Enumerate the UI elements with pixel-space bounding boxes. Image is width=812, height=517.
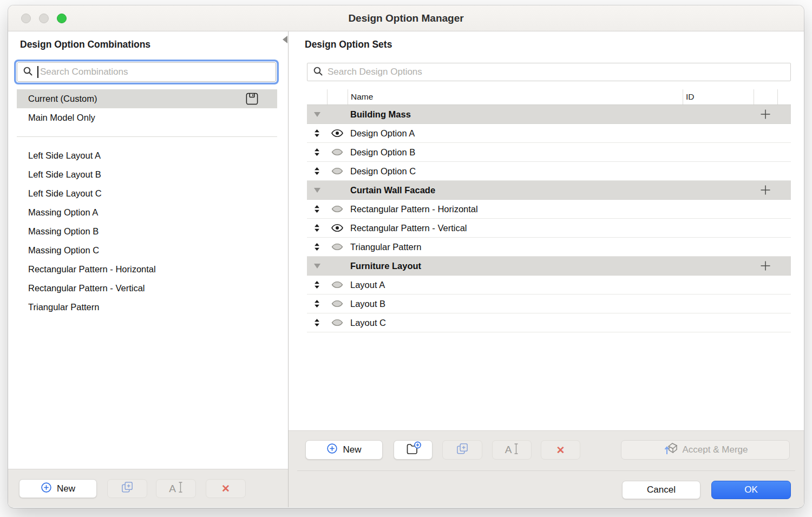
drag-handle[interactable] — [307, 243, 327, 251]
option-name: Layout C — [348, 318, 791, 328]
close-window-button — [21, 14, 31, 23]
option-row[interactable]: Layout C — [307, 313, 791, 332]
drag-handle[interactable] — [307, 299, 327, 308]
eye-closed-icon — [331, 318, 344, 327]
combinations-search[interactable] — [17, 62, 276, 82]
list-item-label: Massing Option B — [28, 226, 99, 237]
rename-icon: A — [505, 444, 512, 456]
visibility-toggle[interactable] — [331, 148, 344, 156]
list-item-label: Rectangular Pattern - Vertical — [28, 283, 145, 293]
combinations-search-input[interactable] — [38, 67, 276, 77]
visibility-toggle[interactable] — [331, 205, 344, 213]
window-title: Design Option Manager — [8, 5, 804, 31]
list-item-current[interactable]: Current (Custom) — [17, 89, 277, 108]
visibility-toggle[interactable] — [331, 280, 344, 289]
option-name: Design Option A — [348, 128, 791, 139]
new-option-set-button[interactable]: New — [305, 440, 383, 460]
folder-plus-icon — [405, 441, 421, 459]
list-item-main-model[interactable]: Main Model Only — [17, 108, 277, 127]
option-row[interactable]: Design Option B — [307, 143, 791, 162]
drag-handle[interactable] — [307, 280, 327, 289]
list-item-label: Rectangular Pattern - Horizontal — [28, 264, 156, 274]
group-name: Curtain Wall Facade — [348, 185, 754, 195]
zoom-window-button[interactable] — [57, 14, 67, 23]
reorder-icon — [314, 224, 320, 232]
rename-combination-button[interactable]: A — [156, 479, 196, 498]
new-combination-button[interactable]: New — [19, 479, 97, 498]
option-row[interactable]: Design Option A — [307, 124, 791, 143]
drag-handle[interactable] — [307, 148, 327, 156]
rename-icon: A — [169, 483, 176, 495]
list-item[interactable]: Left Side Layout B — [17, 165, 277, 184]
reorder-icon — [314, 148, 320, 156]
option-sets-pane: Design Option Sets Name ID — [289, 31, 804, 507]
traffic-lights — [21, 5, 67, 31]
visibility-toggle[interactable] — [331, 318, 344, 327]
accept-merge-button[interactable]: Accept & Merge — [621, 440, 790, 460]
options-search-input[interactable] — [323, 67, 790, 77]
drag-handle[interactable] — [307, 318, 327, 327]
group-row[interactable]: Building Mass — [307, 105, 791, 124]
drag-handle[interactable] — [307, 205, 327, 213]
drag-handle[interactable] — [307, 167, 327, 175]
option-sets-footer: New — [289, 430, 804, 507]
list-item[interactable]: Rectangular Pattern - Horizontal — [17, 260, 277, 279]
visibility-toggle[interactable] — [331, 224, 344, 232]
delete-combination-button[interactable]: ✕ — [206, 479, 246, 498]
disclosure-triangle-icon[interactable] — [314, 188, 320, 193]
option-row[interactable]: Layout B — [307, 295, 791, 313]
reorder-icon — [314, 167, 320, 175]
save-icon[interactable] — [245, 92, 259, 106]
minimize-window-button — [39, 14, 49, 23]
visibility-toggle[interactable] — [331, 299, 344, 308]
list-item[interactable]: Massing Option B — [17, 222, 277, 241]
option-row[interactable]: Layout A — [307, 276, 791, 295]
cancel-button[interactable]: Cancel — [622, 481, 700, 499]
visibility-toggle[interactable] — [331, 129, 344, 138]
list-item[interactable]: Rectangular Pattern - Vertical — [17, 279, 277, 298]
list-item[interactable]: Massing Option A — [17, 203, 277, 222]
option-name: Layout A — [348, 280, 791, 290]
footer-divider — [297, 470, 795, 471]
list-item[interactable]: Left Side Layout A — [17, 146, 277, 165]
title-bar: Design Option Manager — [8, 5, 804, 31]
combinations-list: Current (Custom) Main Model Only Left Si… — [17, 89, 277, 317]
visibility-toggle[interactable] — [331, 167, 344, 175]
design-option-manager-window: Design Option Manager Design Option Comb… — [8, 5, 804, 508]
add-option-button[interactable] — [754, 109, 777, 120]
disclosure-triangle-icon[interactable] — [314, 112, 320, 117]
drag-handle[interactable] — [307, 224, 327, 232]
option-sets-heading: Design Option Sets — [305, 39, 392, 50]
list-item[interactable]: Massing Option C — [17, 241, 277, 260]
text-cursor-icon — [178, 481, 183, 496]
group-row[interactable]: Furniture Layout — [307, 257, 791, 276]
rename-option-button[interactable]: A — [492, 440, 532, 460]
list-item-label: Left Side Layout C — [28, 188, 102, 199]
list-item[interactable]: Left Side Layout C — [17, 184, 277, 203]
add-option-button[interactable] — [754, 185, 777, 195]
visibility-toggle[interactable] — [331, 243, 344, 251]
option-row[interactable]: Rectangular Pattern - Vertical — [307, 219, 791, 238]
disclosure-triangle-icon[interactable] — [314, 264, 320, 269]
search-icon — [23, 66, 33, 78]
new-set-folder-button[interactable] — [394, 440, 433, 460]
group-row[interactable]: Curtain Wall Facade — [307, 181, 791, 200]
options-search[interactable] — [307, 63, 791, 81]
ok-button[interactable]: OK — [711, 481, 791, 499]
plus-icon — [760, 260, 771, 271]
option-row[interactable]: Design Option C — [307, 162, 791, 181]
option-name: Design Option C — [348, 166, 791, 176]
plus-icon — [760, 109, 771, 120]
collapse-pane-arrow-icon[interactable] — [283, 36, 287, 43]
delete-icon: ✕ — [221, 482, 230, 495]
add-option-button[interactable] — [754, 260, 777, 271]
circle-plus-icon — [41, 482, 52, 496]
list-item[interactable]: Triangular Pattern — [17, 298, 277, 317]
duplicate-option-button[interactable] — [442, 440, 482, 460]
duplicate-combination-button[interactable] — [107, 479, 147, 498]
eye-closed-icon — [331, 299, 344, 308]
option-row[interactable]: Rectangular Pattern - Horizontal — [307, 200, 791, 219]
option-row[interactable]: Triangular Pattern — [307, 238, 791, 257]
delete-option-button[interactable]: ✕ — [541, 440, 580, 460]
drag-handle[interactable] — [307, 129, 327, 138]
